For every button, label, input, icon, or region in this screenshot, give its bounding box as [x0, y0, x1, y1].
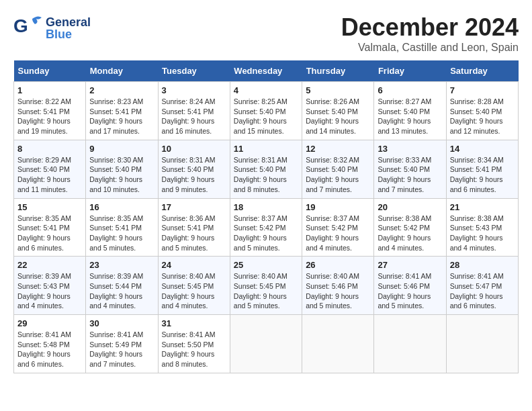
sunrise-text: Sunrise: 8:29 AM	[17, 156, 71, 164]
table-row: 20 Sunrise: 8:38 AM Sunset: 5:42 PM Dayl…	[374, 198, 446, 257]
day-info: Sunrise: 8:38 AM Sunset: 5:43 PM Dayligh…	[450, 214, 515, 253]
sunset-text: Sunset: 5:50 PM	[162, 340, 214, 349]
sunrise-text: Sunrise: 8:26 AM	[306, 97, 359, 105]
sunrise-text: Sunrise: 8:37 AM	[234, 214, 287, 222]
day-number: 1	[17, 85, 82, 95]
daylight-text: Daylight: 9 hours and 4 minutes.	[89, 292, 142, 310]
day-number: 10	[162, 144, 226, 154]
table-row: 30 Sunrise: 8:41 AM Sunset: 5:49 PM Dayl…	[86, 315, 158, 373]
sunrise-text: Sunrise: 8:40 AM	[306, 272, 359, 280]
day-info: Sunrise: 8:33 AM Sunset: 5:40 PM Dayligh…	[378, 155, 442, 195]
table-row: 16 Sunrise: 8:35 AM Sunset: 5:41 PM Dayl…	[86, 198, 158, 257]
day-info: Sunrise: 8:41 AM Sunset: 5:46 PM Dayligh…	[378, 271, 442, 311]
sunrise-text: Sunrise: 8:35 AM	[17, 214, 71, 222]
table-row	[374, 315, 446, 373]
daylight-text: Daylight: 9 hours and 17 minutes.	[89, 117, 142, 135]
day-number: 21	[450, 202, 515, 212]
day-info: Sunrise: 8:37 AM Sunset: 5:42 PM Dayligh…	[234, 214, 298, 253]
day-info: Sunrise: 8:40 AM Sunset: 5:45 PM Dayligh…	[162, 271, 226, 311]
sunrise-text: Sunrise: 8:23 AM	[89, 97, 143, 105]
day-number: 3	[162, 85, 226, 95]
daylight-text: Daylight: 9 hours and 8 minutes.	[234, 175, 287, 193]
sunrise-text: Sunrise: 8:34 AM	[450, 156, 504, 164]
day-number: 22	[17, 260, 82, 270]
daylight-text: Daylight: 9 hours and 7 minutes.	[306, 175, 359, 193]
sunset-text: Sunset: 5:40 PM	[306, 165, 358, 173]
table-row: 5 Sunrise: 8:26 AM Sunset: 5:40 PM Dayli…	[302, 82, 374, 140]
day-info: Sunrise: 8:41 AM Sunset: 5:48 PM Dayligh…	[17, 330, 82, 369]
table-row: 14 Sunrise: 8:34 AM Sunset: 5:41 PM Dayl…	[446, 140, 518, 198]
table-row: 9 Sunrise: 8:30 AM Sunset: 5:40 PM Dayli…	[86, 140, 158, 198]
daylight-text: Daylight: 9 hours and 5 minutes.	[89, 234, 142, 252]
day-number: 25	[234, 260, 298, 270]
table-row: 15 Sunrise: 8:35 AM Sunset: 5:41 PM Dayl…	[14, 198, 86, 257]
header-sunday: Sunday	[14, 60, 86, 82]
sunrise-text: Sunrise: 8:40 AM	[234, 272, 287, 280]
sunset-text: Sunset: 5:40 PM	[234, 107, 286, 116]
sunset-text: Sunset: 5:41 PM	[89, 224, 142, 232]
sunset-text: Sunset: 5:43 PM	[17, 282, 70, 290]
table-row: 6 Sunrise: 8:27 AM Sunset: 5:40 PM Dayli…	[374, 82, 446, 140]
daylight-text: Daylight: 9 hours and 19 minutes.	[17, 117, 71, 135]
day-info: Sunrise: 8:32 AM Sunset: 5:40 PM Dayligh…	[306, 155, 370, 195]
sunset-text: Sunset: 5:42 PM	[234, 224, 286, 232]
sunrise-text: Sunrise: 8:39 AM	[89, 272, 143, 280]
day-number: 9	[89, 144, 154, 154]
day-info: Sunrise: 8:29 AM Sunset: 5:40 PM Dayligh…	[17, 155, 82, 195]
day-info: Sunrise: 8:31 AM Sunset: 5:40 PM Dayligh…	[234, 155, 298, 195]
sunrise-text: Sunrise: 8:41 AM	[89, 330, 143, 338]
sunrise-text: Sunrise: 8:32 AM	[306, 156, 359, 164]
daylight-text: Daylight: 9 hours and 6 minutes.	[17, 350, 71, 368]
sunrise-text: Sunrise: 8:27 AM	[378, 97, 431, 105]
sunset-text: Sunset: 5:43 PM	[450, 224, 502, 232]
sunrise-text: Sunrise: 8:37 AM	[306, 214, 359, 222]
sunrise-text: Sunrise: 8:31 AM	[162, 156, 216, 164]
table-row: 8 Sunrise: 8:29 AM Sunset: 5:40 PM Dayli…	[14, 140, 86, 198]
daylight-text: Daylight: 9 hours and 4 minutes.	[17, 292, 71, 310]
daylight-text: Daylight: 9 hours and 6 minutes.	[17, 234, 71, 252]
day-info: Sunrise: 8:36 AM Sunset: 5:41 PM Dayligh…	[162, 214, 226, 253]
day-info: Sunrise: 8:34 AM Sunset: 5:41 PM Dayligh…	[450, 155, 515, 195]
sunset-text: Sunset: 5:40 PM	[162, 165, 214, 173]
day-number: 5	[306, 85, 370, 95]
daylight-text: Daylight: 9 hours and 12 minutes.	[450, 117, 503, 135]
calendar-week-row: 8 Sunrise: 8:29 AM Sunset: 5:40 PM Dayli…	[14, 140, 519, 198]
daylight-text: Daylight: 9 hours and 7 minutes.	[89, 350, 142, 368]
table-row: 28 Sunrise: 8:41 AM Sunset: 5:47 PM Dayl…	[446, 257, 518, 315]
title-area: December 2024 Valmala, Castille and Leon…	[341, 13, 519, 54]
day-number: 23	[89, 260, 154, 270]
table-row: 17 Sunrise: 8:36 AM Sunset: 5:41 PM Dayl…	[158, 198, 230, 257]
day-number: 18	[234, 202, 298, 212]
daylight-text: Daylight: 9 hours and 4 minutes.	[306, 234, 359, 252]
daylight-text: Daylight: 9 hours and 8 minutes.	[162, 350, 215, 368]
sunset-text: Sunset: 5:41 PM	[162, 224, 214, 232]
day-number: 8	[17, 144, 82, 154]
table-row: 21 Sunrise: 8:38 AM Sunset: 5:43 PM Dayl…	[446, 198, 518, 257]
day-number: 29	[17, 318, 82, 328]
sunrise-text: Sunrise: 8:41 AM	[450, 272, 504, 280]
sunset-text: Sunset: 5:48 PM	[17, 340, 70, 349]
calendar-week-row: 29 Sunrise: 8:41 AM Sunset: 5:48 PM Dayl…	[14, 315, 519, 373]
sunset-text: Sunset: 5:46 PM	[378, 282, 430, 290]
sunrise-text: Sunrise: 8:33 AM	[378, 156, 431, 164]
day-info: Sunrise: 8:25 AM Sunset: 5:40 PM Dayligh…	[234, 97, 298, 136]
table-row: 24 Sunrise: 8:40 AM Sunset: 5:45 PM Dayl…	[158, 257, 230, 315]
day-info: Sunrise: 8:41 AM Sunset: 5:49 PM Dayligh…	[89, 330, 154, 369]
sunrise-text: Sunrise: 8:35 AM	[89, 214, 143, 222]
sunset-text: Sunset: 5:40 PM	[450, 107, 502, 116]
table-row: 2 Sunrise: 8:23 AM Sunset: 5:41 PM Dayli…	[86, 82, 158, 140]
day-number: 30	[89, 318, 154, 328]
table-row: 4 Sunrise: 8:25 AM Sunset: 5:40 PM Dayli…	[230, 82, 302, 140]
sunset-text: Sunset: 5:46 PM	[306, 282, 358, 290]
calendar-week-row: 22 Sunrise: 8:39 AM Sunset: 5:43 PM Dayl…	[14, 257, 519, 315]
sunset-text: Sunset: 5:45 PM	[162, 282, 214, 290]
calendar-header-row: Sunday Monday Tuesday Wednesday Thursday…	[14, 60, 519, 82]
day-number: 31	[162, 318, 226, 328]
day-info: Sunrise: 8:31 AM Sunset: 5:40 PM Dayligh…	[162, 155, 226, 195]
sunrise-text: Sunrise: 8:38 AM	[378, 214, 431, 222]
sunset-text: Sunset: 5:40 PM	[378, 165, 430, 173]
header-tuesday: Tuesday	[158, 60, 230, 82]
sunset-text: Sunset: 5:44 PM	[89, 282, 142, 290]
table-row: 31 Sunrise: 8:41 AM Sunset: 5:50 PM Dayl…	[158, 315, 230, 373]
day-number: 13	[378, 144, 442, 154]
